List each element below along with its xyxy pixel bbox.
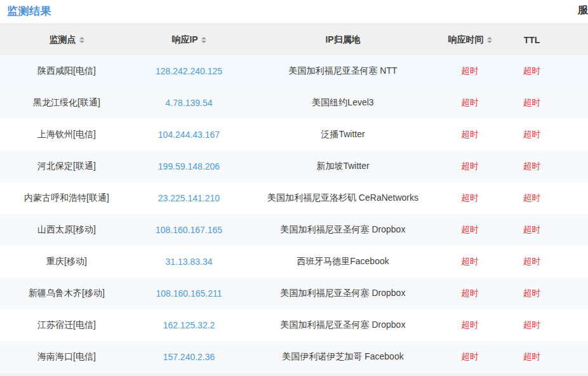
column-header-node-label: 监测点 [50, 34, 76, 46]
cell-ttl: 超时 [498, 319, 565, 331]
cell-node: 山西太原[移动] [0, 224, 133, 236]
cell-ip-link[interactable]: 108.160.167.165 [156, 225, 222, 235]
title-bar: 监测结果 服 [0, 0, 588, 24]
table-body: 陕西咸阳[电信] 128.242.240.125 美国加利福尼亚圣何塞 NTT … [0, 55, 588, 373]
cell-response-time: 超时 [441, 161, 498, 172]
table-row: 重庆[移动] 31.13.83.34 西班牙马德里Facebook 超时 超时 [0, 246, 588, 278]
cell-location: 美国加利福尼亚洛杉矶 CeRaNetworks [244, 192, 441, 204]
cell-ttl: 超时 [498, 161, 565, 172]
cell-node: 江苏宿迁[电信] [0, 319, 133, 331]
cell-response-time: 超时 [441, 192, 498, 204]
cell-response-time: 超时 [441, 224, 498, 236]
cell-ip-link[interactable]: 108.160.165.211 [156, 288, 222, 299]
sort-icon [79, 37, 84, 43]
cell-ttl: 超时 [498, 129, 565, 140]
cell-node: 黑龙江绥化[联通] [0, 97, 133, 109]
column-header-ttl-label: TTL [524, 35, 540, 45]
column-header-response-time-label: 响应时间 [448, 34, 484, 46]
column-header-node[interactable]: 监测点 [0, 34, 133, 46]
cell-response-time: 超时 [441, 351, 498, 363]
cell-ip-link[interactable]: 199.59.148.206 [158, 161, 220, 171]
cell-ip-link[interactable]: 104.244.43.167 [158, 130, 220, 140]
cell-node: 上海钦州[电信] [0, 129, 133, 140]
table-header-row: 监测点 响应IP IP归属地 响应时间 TTL [0, 24, 588, 55]
cell-ip-link[interactable]: 162.125.32.2 [163, 320, 215, 330]
page-title: 监测结果 [0, 0, 51, 18]
column-header-response-time[interactable]: 响应时间 [441, 34, 498, 46]
cell-ttl: 超时 [498, 256, 565, 267]
table-row: 黑龙江绥化[联通] 4.78.139.54 美国纽约Level3 超时 超时 [0, 87, 588, 119]
cell-ttl: 超时 [498, 288, 565, 299]
cell-ip-link[interactable]: 31.13.83.34 [166, 257, 213, 267]
column-header-ip-label: 响应IP [171, 34, 197, 46]
cell-ttl: 超时 [498, 224, 565, 236]
cell-location: 西班牙马德里Facebook [244, 256, 441, 267]
table-row: 河北保定[联通] 199.59.148.206 新加坡Twitter 超时 超时 [0, 151, 588, 182]
cell-response-time: 超时 [441, 65, 498, 77]
table-row: 山西太原[移动] 108.160.167.165 美国加利福尼亚圣何塞 Drop… [0, 214, 588, 246]
cell-ttl: 超时 [498, 351, 565, 363]
clipped-right-section-title: 服 [578, 4, 588, 17]
cell-response-time: 超时 [441, 97, 498, 109]
cell-response-time: 超时 [441, 319, 498, 331]
cell-ip-link[interactable]: 4.78.139.54 [166, 98, 213, 108]
cell-location: 泛播Twitter [244, 129, 441, 140]
cell-location: 新加坡Twitter [244, 161, 441, 172]
cell-node: 陕西咸阳[电信] [0, 65, 133, 77]
column-header-ttl: TTL [498, 35, 565, 45]
cell-ip-link[interactable]: 23.225.141.210 [158, 193, 220, 203]
column-header-ip[interactable]: 响应IP [133, 34, 244, 46]
table-row: 陕西咸阳[电信] 128.242.240.125 美国加利福尼亚圣何塞 NTT … [0, 55, 588, 87]
table-row: 新疆乌鲁木齐[移动] 108.160.165.211 美国加利福尼亚圣何塞 Dr… [0, 278, 588, 309]
cell-response-time: 超时 [441, 129, 498, 140]
sort-icon [201, 37, 206, 43]
cell-response-time: 超时 [441, 288, 498, 299]
cell-location: 美国加利福尼亚圣何塞 Dropbox [244, 319, 441, 331]
cell-node: 河北保定[联通] [0, 161, 133, 172]
cell-ip-link[interactable]: 157.240.2.36 [163, 352, 215, 362]
cell-node: 新疆乌鲁木齐[移动] [0, 288, 133, 299]
cell-location: 美国加利福尼亚圣何塞 Dropbox [244, 224, 441, 236]
table-row: 上海钦州[电信] 104.244.43.167 泛播Twitter 超时 超时 [0, 119, 588, 151]
cell-node: 海南海口[电信] [0, 351, 133, 363]
cell-location: 美国伊利诺伊芝加哥 Facebook [244, 351, 441, 363]
cell-ttl: 超时 [498, 97, 565, 109]
cell-node: 重庆[移动] [0, 256, 133, 267]
cell-location: 美国加利福尼亚圣何塞 NTT [244, 65, 441, 77]
table-row: 内蒙古呼和浩特[联通] 23.225.141.210 美国加利福尼亚洛杉矶 Ce… [0, 182, 588, 214]
next-section-divider [0, 373, 588, 376]
cell-node: 内蒙古呼和浩特[联通] [0, 192, 133, 204]
column-header-location: IP归属地 [244, 34, 441, 46]
cell-location: 美国纽约Level3 [244, 97, 441, 109]
cell-ttl: 超时 [498, 65, 565, 77]
cell-location: 美国加利福尼亚圣何塞 Dropbox [244, 288, 441, 299]
cell-response-time: 超时 [441, 256, 498, 267]
table-row: 海南海口[电信] 157.240.2.36 美国伊利诺伊芝加哥 Facebook… [0, 341, 588, 373]
sort-icon [487, 37, 492, 43]
column-header-location-label: IP归属地 [325, 34, 360, 46]
cell-ip-link[interactable]: 128.242.240.125 [156, 66, 222, 76]
monitoring-results-table: 监测点 响应IP IP归属地 响应时间 TTL 陕西咸阳[电信] 128.242… [0, 24, 588, 373]
table-row: 江苏宿迁[电信] 162.125.32.2 美国加利福尼亚圣何塞 Dropbox… [0, 309, 588, 341]
cell-ttl: 超时 [498, 192, 565, 204]
